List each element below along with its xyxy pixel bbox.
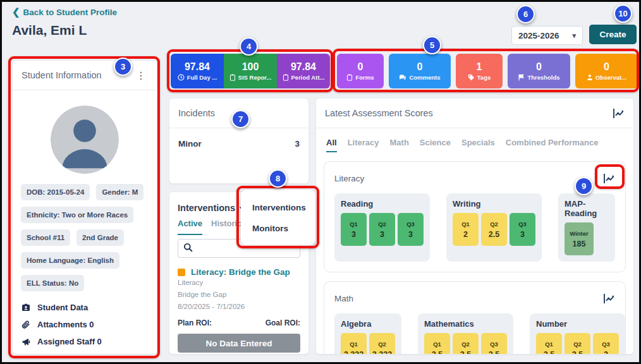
- tab-all[interactable]: All: [326, 138, 337, 152]
- incident-count: 3: [295, 139, 300, 149]
- sis-reported-tile[interactable]: 100 SIS Repor...: [224, 54, 277, 88]
- back-link[interactable]: ❮ Back to Student Profile: [12, 6, 117, 18]
- literacy-line-chart-icon[interactable]: [603, 174, 615, 183]
- observations-tile[interactable]: 0 Observat...: [575, 54, 638, 88]
- clipboard-icon: [229, 74, 236, 81]
- tab-active[interactable]: Active: [178, 219, 202, 235]
- attachments-link[interactable]: Attachments 0: [21, 316, 148, 333]
- group-name: Number: [536, 319, 619, 329]
- score-tile[interactable]: Q13: [341, 213, 367, 246]
- callout-badge-3: 3: [114, 58, 132, 76]
- tile-label: Tags: [477, 74, 491, 81]
- score-value: 2.333: [372, 350, 392, 355]
- tab-specials[interactable]: Specials: [461, 138, 495, 152]
- goal-roi-label: Goal ROI:: [266, 318, 300, 327]
- tag-icon: [468, 74, 475, 81]
- score-value: 2.5: [572, 350, 583, 355]
- math-line-chart-icon[interactable]: [603, 294, 615, 303]
- stats-tiles: 0 Forms 0 Comments 1 Tags 0 Thresho: [337, 54, 638, 88]
- score-value: 185: [573, 240, 586, 248]
- create-button[interactable]: Create: [589, 25, 637, 44]
- student-data-link[interactable]: Student Data: [21, 299, 148, 316]
- score-tile[interactable]: Q12.5: [424, 333, 450, 355]
- score-value: 2.5: [460, 350, 471, 355]
- score-value: 2: [463, 230, 468, 239]
- score-tile[interactable]: Q23: [369, 213, 395, 246]
- score-tile[interactable]: Q32: [593, 333, 619, 355]
- link-label: Attachments 0: [37, 320, 94, 329]
- score-term: Q1: [461, 221, 470, 228]
- full-day-attendance-tile[interactable]: 97.84 Full Day ...: [171, 54, 224, 88]
- intervention-subject: Literacy: [178, 277, 300, 289]
- avatar: [51, 106, 119, 174]
- kebab-menu-icon[interactable]: ⋮: [134, 70, 148, 82]
- score-tile[interactable]: Q33: [398, 213, 424, 246]
- score-term: Q1: [350, 341, 358, 348]
- thresholds-tile[interactable]: 0 Thresholds: [508, 54, 570, 88]
- tile-label: Full Day ...: [187, 74, 217, 81]
- score-tile[interactable]: Q12: [453, 213, 479, 246]
- grade-chip: 2nd Grade: [76, 229, 124, 246]
- assigned-staff-link[interactable]: Assigned Staff 0: [21, 333, 148, 350]
- score-tile[interactable]: Q12.5: [536, 333, 562, 355]
- score-tile[interactable]: Q32.5: [481, 333, 507, 355]
- status-square-icon: [178, 269, 185, 276]
- tab-literacy[interactable]: Literacy: [348, 138, 379, 152]
- chevron-left-icon: ❮: [12, 6, 20, 18]
- score-tile[interactable]: Winter185: [565, 222, 594, 255]
- intervention-link[interactable]: Literacy: Bridge the Gap: [191, 267, 290, 277]
- tile-label: Thresholds: [527, 74, 559, 81]
- school-chip: School #11: [21, 229, 70, 246]
- score-tile[interactable]: Q22.5: [565, 333, 590, 355]
- plan-roi-label: Plan ROI:: [178, 318, 212, 327]
- score-term: Q2: [378, 341, 386, 348]
- score-value: 3: [380, 230, 384, 239]
- tags-tile[interactable]: 1 Tags: [456, 54, 503, 88]
- student-profile-screen: ❮ Back to Student Profile Avila, Emi L 2…: [0, 0, 641, 364]
- tab-combined-performance[interactable]: Combined Performance: [506, 138, 599, 152]
- forms-tile[interactable]: 0 Forms: [337, 54, 384, 88]
- search-icon: [183, 243, 193, 255]
- score-group-algebra: Algebra Q12.333 Q22.333: [334, 313, 401, 355]
- period-attendance-tile[interactable]: 97.84 Period Att...: [277, 54, 330, 88]
- score-tile[interactable]: Q22.5: [481, 213, 507, 246]
- score-tile[interactable]: Q22.333: [369, 333, 395, 355]
- score-tile[interactable]: Q33: [510, 213, 535, 246]
- school-year-dropdown[interactable]: 2025-2026 ▾: [511, 26, 583, 45]
- score-value: 2.5: [544, 350, 554, 355]
- score-tile[interactable]: Q12.333: [341, 333, 367, 355]
- callout-badge-7: 7: [231, 110, 250, 128]
- tile-label: SIS Repor...: [238, 74, 272, 81]
- home-language-chip: Home Language: English: [21, 252, 119, 269]
- tile-label: Forms: [355, 74, 374, 81]
- ethnicity-chip: Ethnicity: Two or More Races: [21, 207, 133, 223]
- callout-badge-6: 6: [516, 5, 535, 23]
- megaphone-icon: [21, 337, 30, 346]
- menu-item-interventions[interactable]: Interventions: [241, 197, 315, 218]
- menu-item-monitors[interactable]: Monitors: [241, 218, 315, 239]
- score-value: 3: [520, 230, 525, 239]
- id-card-icon: [21, 303, 30, 312]
- back-link-label: Back to Student Profile: [23, 8, 118, 17]
- card-title: Interventions: [178, 203, 235, 213]
- score-value: 2.5: [432, 350, 443, 355]
- score-term: Q2: [461, 341, 470, 348]
- intervention-plan: Bridge the Gap: [178, 289, 300, 301]
- callout-badge-5: 5: [423, 36, 441, 54]
- user-clock-icon: [178, 74, 185, 81]
- score-tile[interactable]: Q22.5: [453, 333, 479, 355]
- incident-row[interactable]: Minor 3: [169, 128, 308, 159]
- line-chart-icon[interactable]: [613, 109, 625, 118]
- comments-tile[interactable]: 0 Comments: [389, 54, 451, 88]
- tab-science[interactable]: Science: [420, 138, 451, 152]
- score-term: Q2: [490, 221, 498, 228]
- tab-math[interactable]: Math: [390, 138, 409, 152]
- intervention-dates: 8/20/2025 - 7/1/2026: [178, 301, 300, 313]
- score-term: Q1: [350, 221, 358, 228]
- tile-value: 97.84: [291, 62, 316, 72]
- school-year-value: 2025-2026: [518, 31, 559, 40]
- score-term: Q1: [433, 341, 441, 348]
- tab-historic[interactable]: Historic: [211, 219, 241, 235]
- student-attribute-chips: DOB: 2015-05-24 Gender: M Ethnicity: Two…: [13, 184, 157, 291]
- score-group-reading: Reading Q13 Q23 Q33: [334, 193, 430, 262]
